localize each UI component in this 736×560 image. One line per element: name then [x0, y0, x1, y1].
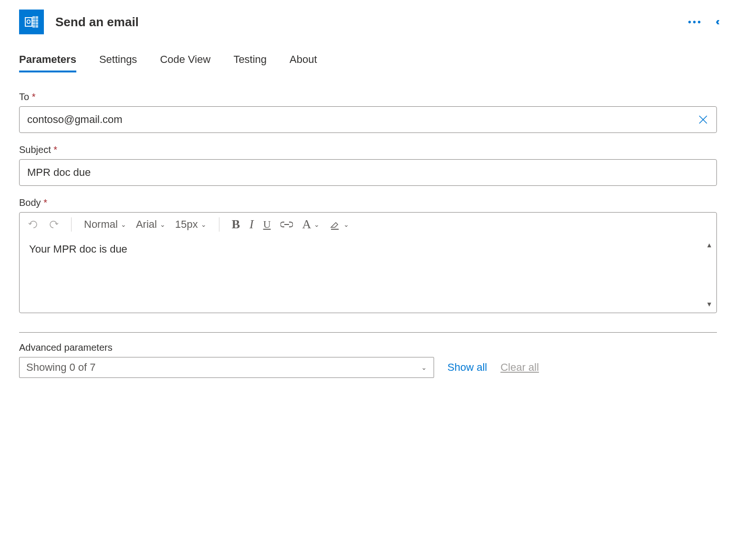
panel-header: O Send an email ••• ‹‹ — [19, 10, 717, 34]
font-color-dropdown[interactable]: A ⌄ — [302, 217, 320, 232]
body-field-group: Body * Normal ⌄ Arial ⌄ 15px ⌄ — [19, 197, 717, 313]
tab-about[interactable]: About — [290, 53, 317, 72]
show-all-link[interactable]: Show all — [447, 361, 487, 374]
rte-toolbar: Normal ⌄ Arial ⌄ 15px ⌄ B I U A ⌄ — [20, 213, 716, 236]
redo-icon[interactable] — [48, 219, 59, 230]
underline-button[interactable]: U — [263, 218, 271, 231]
clear-to-icon[interactable] — [690, 115, 716, 124]
header-actions: ••• ‹‹ — [688, 16, 717, 28]
subject-input[interactable] — [20, 160, 716, 185]
body-scrollbar[interactable]: ▲ ▼ — [702, 236, 716, 313]
tab-parameters[interactable]: Parameters — [19, 53, 76, 72]
advanced-select-text: Showing 0 of 7 — [26, 361, 96, 374]
subject-field-group: Subject * — [19, 144, 717, 186]
fontsize-dropdown[interactable]: 15px ⌄ — [175, 218, 207, 231]
font-dropdown[interactable]: Arial ⌄ — [136, 218, 166, 231]
tab-bar: Parameters Settings Code View Testing Ab… — [19, 53, 717, 72]
fontsize-value: 15px — [175, 218, 198, 231]
rich-text-editor: Normal ⌄ Arial ⌄ 15px ⌄ B I U A ⌄ — [19, 212, 717, 313]
toolbar-separator — [71, 217, 72, 232]
highlight-color-dropdown[interactable]: ⌄ — [329, 219, 349, 230]
subject-label-text: Subject — [19, 144, 51, 155]
to-input[interactable] — [20, 107, 690, 132]
panel-title: Send an email — [55, 15, 139, 30]
more-options-icon[interactable]: ••• — [688, 17, 702, 28]
bold-button[interactable]: B — [232, 217, 240, 232]
required-indicator: * — [53, 144, 57, 155]
clear-all-link[interactable]: Clear all — [500, 361, 539, 374]
to-input-wrap — [19, 106, 717, 133]
chevron-down-icon: ⌄ — [160, 221, 166, 228]
svg-text:O: O — [26, 19, 31, 25]
required-indicator: * — [32, 92, 36, 102]
header-left: O Send an email — [19, 10, 139, 34]
font-value: Arial — [136, 218, 157, 231]
required-indicator: * — [43, 197, 47, 208]
section-divider — [19, 332, 717, 333]
tab-code-view[interactable]: Code View — [160, 53, 210, 72]
collapse-panel-icon[interactable]: ‹‹ — [715, 16, 717, 28]
body-content: Your MPR doc is due — [29, 243, 127, 255]
to-field-group: To * — [19, 92, 717, 133]
link-icon[interactable] — [280, 221, 293, 228]
toolbar-separator — [219, 217, 219, 232]
to-label: To * — [19, 92, 717, 102]
scroll-down-icon[interactable]: ▼ — [706, 300, 713, 308]
tab-testing[interactable]: Testing — [233, 53, 267, 72]
body-textarea[interactable]: Your MPR doc is due ▲ ▼ — [20, 236, 716, 313]
chevron-down-icon: ⌄ — [121, 221, 126, 228]
chevron-down-icon: ⌄ — [421, 364, 427, 371]
chevron-down-icon: ⌄ — [201, 221, 207, 228]
body-label: Body * — [19, 197, 717, 208]
advanced-parameters-dropdown[interactable]: Showing 0 of 7 ⌄ — [19, 357, 434, 378]
advanced-parameters-label: Advanced parameters — [19, 342, 717, 353]
italic-button[interactable]: I — [249, 217, 254, 232]
format-value: Normal — [84, 218, 118, 231]
undo-icon[interactable] — [28, 219, 39, 230]
outlook-icon: O — [19, 10, 44, 34]
to-label-text: To — [19, 92, 29, 102]
subject-input-wrap — [19, 159, 717, 186]
chevron-down-icon: ⌄ — [314, 221, 320, 228]
scroll-up-icon[interactable]: ▲ — [706, 241, 713, 249]
advanced-parameters-row: Showing 0 of 7 ⌄ Show all Clear all — [19, 357, 717, 378]
format-dropdown[interactable]: Normal ⌄ — [84, 218, 126, 231]
chevron-down-icon: ⌄ — [343, 221, 349, 228]
subject-label: Subject * — [19, 144, 717, 155]
tab-settings[interactable]: Settings — [99, 53, 137, 72]
body-label-text: Body — [19, 197, 41, 208]
